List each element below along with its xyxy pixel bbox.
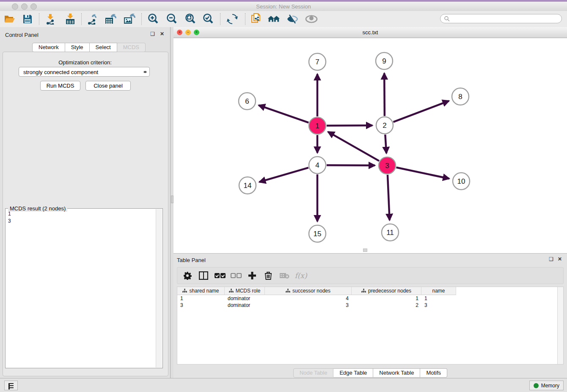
apply-function-icon[interactable]: f(x): [292, 269, 309, 282]
graph-node-1[interactable]: 1: [309, 117, 326, 134]
toolbar-separator: [141, 13, 142, 25]
close-panel-icon[interactable]: ✕: [558, 257, 562, 262]
table-row[interactable]: 1dominator411: [177, 295, 456, 302]
show-all-icon[interactable]: [305, 13, 318, 25]
search-input[interactable]: [450, 15, 561, 22]
close-panel-icon[interactable]: ✕: [160, 31, 164, 36]
refresh-view-icon[interactable]: [226, 13, 239, 25]
tab-network-table[interactable]: Network Table: [373, 368, 420, 378]
select-all-icon[interactable]: [213, 269, 227, 282]
table-panel: Table Panel ❑ ✕ f(x) shared nameMCDS rol…: [173, 253, 567, 378]
tab-node-table[interactable]: Node Table: [293, 368, 334, 378]
svg-text:6: 6: [245, 97, 249, 105]
graph-node-9[interactable]: 9: [376, 52, 393, 69]
column-header-name[interactable]: name: [421, 287, 456, 295]
table-cell: 4: [265, 295, 352, 302]
column-header-successor-nodes[interactable]: successor nodes: [265, 287, 352, 295]
tab-select[interactable]: Select: [90, 43, 117, 52]
view-splitter-handle[interactable]: [363, 248, 367, 252]
tab-edge-table[interactable]: Edge Table: [333, 368, 373, 378]
column-header-MCDS-role[interactable]: MCDS role: [225, 287, 265, 295]
zoom-in-icon[interactable]: [147, 13, 160, 25]
column-view-icon[interactable]: [197, 269, 210, 282]
column-header-shared-name[interactable]: shared name: [177, 287, 225, 295]
graph-edge-2-3[interactable]: [385, 135, 386, 153]
graph-edge-2-8[interactable]: [394, 101, 449, 122]
import-network-icon[interactable]: [44, 13, 57, 25]
tab-network[interactable]: Network: [32, 43, 65, 52]
deselect-all-icon[interactable]: [229, 269, 243, 282]
graph-edge-2-9[interactable]: [384, 73, 385, 116]
application-window: Session: New Session: [0, 2, 567, 392]
table-scrollbar[interactable]: [557, 287, 563, 364]
first-neighbors-icon[interactable]: [267, 13, 280, 25]
open-file-icon[interactable]: [3, 13, 16, 25]
table-cell: 3: [421, 302, 456, 309]
graph-edge-3-10[interactable]: [396, 168, 449, 179]
save-session-icon[interactable]: [21, 13, 34, 25]
zoom-selected-icon[interactable]: [202, 13, 215, 25]
tab-mcds[interactable]: MCDS: [117, 43, 146, 52]
graph-edge-4-3[interactable]: [327, 165, 375, 166]
table-settings-icon[interactable]: [181, 269, 194, 282]
export-table-icon[interactable]: [105, 13, 117, 25]
list-icon: [8, 383, 14, 388]
delete-column-icon[interactable]: [261, 269, 275, 282]
svg-text:2: 2: [383, 121, 386, 130]
graph-node-7[interactable]: 7: [309, 53, 326, 70]
zoom-out-icon[interactable]: [165, 13, 178, 25]
result-scrollbar[interactable]: [156, 209, 162, 367]
graph-edge-3-1[interactable]: [328, 132, 379, 161]
network-view-titlebar[interactable]: × − + scc.txt: [173, 27, 567, 38]
export-image-icon[interactable]: [123, 13, 136, 25]
table-cell: 3: [265, 302, 352, 309]
mcds-result-list[interactable]: 1 3: [8, 210, 11, 225]
zoom-fit-icon[interactable]: [184, 13, 197, 25]
hide-selected-icon[interactable]: [286, 13, 299, 25]
add-column-icon[interactable]: [245, 269, 259, 282]
graph-node-4[interactable]: 4: [309, 157, 326, 174]
close-panel-button[interactable]: Close panel: [85, 81, 131, 91]
import-table-icon[interactable]: [64, 13, 77, 25]
window-titlebar[interactable]: Session: New Session: [0, 2, 567, 11]
status-bar: Memory: [0, 378, 567, 392]
table-cell: 1: [177, 295, 225, 302]
memory-button[interactable]: Memory: [529, 381, 564, 390]
graph-node-10[interactable]: 10: [453, 173, 470, 190]
export-network-icon[interactable]: [86, 13, 99, 25]
optimization-criterion-label: Optimization criterion:: [0, 59, 170, 66]
column-header-predecessor-nodes[interactable]: predecessor nodes: [352, 287, 421, 295]
memory-button-label: Memory: [541, 383, 559, 389]
float-panel-icon[interactable]: ❑: [549, 257, 553, 262]
float-panel-icon[interactable]: ❑: [150, 31, 155, 36]
graph-node-14[interactable]: 14: [239, 177, 256, 194]
graph-node-6[interactable]: 6: [239, 93, 256, 110]
svg-text:7: 7: [315, 58, 319, 66]
window-title: Session: New Session: [0, 3, 567, 10]
control-panel-tabs: NetworkStyleSelectMCDS: [32, 43, 146, 52]
graph-node-11[interactable]: 11: [382, 224, 399, 241]
svg-text:10: 10: [457, 177, 465, 185]
tab-style[interactable]: Style: [65, 43, 90, 52]
graph-edge-1-6[interactable]: [259, 105, 308, 123]
control-panel-title: Control Panel: [5, 32, 39, 38]
search-field[interactable]: [440, 14, 562, 23]
graph-node-3[interactable]: 3: [379, 157, 396, 174]
copy-style-icon[interactable]: [250, 13, 262, 25]
optimization-criterion-select[interactable]: strongly connected component: [19, 67, 150, 77]
mcds-result-title: MCDS result (2 nodes): [8, 205, 67, 212]
graph-edge-1-2[interactable]: [327, 125, 372, 126]
tab-motifs[interactable]: Motifs: [420, 368, 447, 378]
table-cell: 1: [352, 295, 421, 302]
graph-node-15[interactable]: 15: [309, 225, 326, 242]
graph-edge-3-11[interactable]: [388, 175, 390, 220]
table-row[interactable]: 3dominator323: [177, 302, 456, 309]
graph-node-2[interactable]: 2: [376, 117, 393, 134]
table-cell: 1: [421, 295, 456, 302]
delete-table-icon[interactable]: [278, 269, 291, 282]
graph-node-8[interactable]: 8: [452, 88, 469, 105]
run-mcds-button[interactable]: Run MCDS: [40, 81, 80, 91]
show-panels-button[interactable]: [4, 381, 18, 390]
network-graph[interactable]: 7968124314101511: [173, 38, 567, 250]
graph-edge-4-14[interactable]: [259, 168, 308, 182]
